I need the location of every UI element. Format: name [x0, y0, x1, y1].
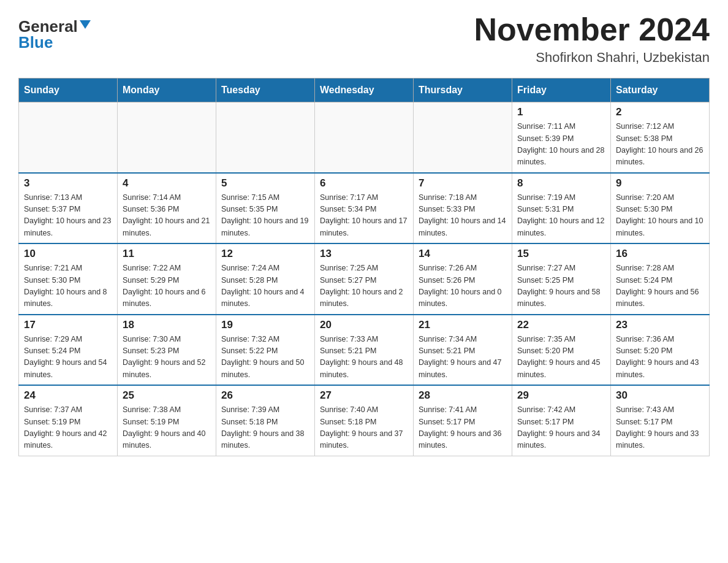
- weekday-header-tuesday: Tuesday: [216, 79, 315, 102]
- day-info: Sunrise: 7:12 AMSunset: 5:38 PMDaylight:…: [616, 121, 704, 169]
- day-number: 16: [616, 248, 704, 260]
- calendar-week-row: 24Sunrise: 7:37 AMSunset: 5:19 PMDayligh…: [19, 385, 710, 456]
- day-number: 23: [616, 319, 704, 331]
- day-info: Sunrise: 7:22 AMSunset: 5:29 PMDaylight:…: [123, 262, 211, 310]
- day-info: Sunrise: 7:43 AMSunset: 5:17 PMDaylight:…: [616, 404, 704, 452]
- day-info: Sunrise: 7:19 AMSunset: 5:31 PMDaylight:…: [517, 192, 605, 240]
- day-info: Sunrise: 7:24 AMSunset: 5:28 PMDaylight:…: [221, 262, 309, 310]
- day-number: 12: [221, 248, 309, 260]
- day-number: 13: [320, 248, 408, 260]
- weekday-header-saturday: Saturday: [611, 79, 710, 102]
- day-info: Sunrise: 7:18 AMSunset: 5:33 PMDaylight:…: [419, 192, 507, 240]
- day-number: 7: [419, 177, 507, 190]
- day-info: Sunrise: 7:28 AMSunset: 5:24 PMDaylight:…: [616, 262, 704, 310]
- day-info: Sunrise: 7:20 AMSunset: 5:30 PMDaylight:…: [616, 192, 704, 240]
- calendar-day-cell: 14Sunrise: 7:26 AMSunset: 5:26 PMDayligh…: [414, 243, 512, 315]
- day-info: Sunrise: 7:37 AMSunset: 5:19 PMDaylight:…: [24, 404, 112, 452]
- day-number: 27: [320, 389, 408, 402]
- day-info: Sunrise: 7:32 AMSunset: 5:22 PMDaylight:…: [221, 334, 309, 381]
- calendar-week-row: 3Sunrise: 7:13 AMSunset: 5:37 PMDaylight…: [19, 173, 710, 244]
- calendar-week-row: 10Sunrise: 7:21 AMSunset: 5:30 PMDayligh…: [19, 243, 710, 315]
- calendar-day-cell: 2Sunrise: 7:12 AMSunset: 5:38 PMDaylight…: [611, 102, 710, 173]
- calendar-day-cell: 22Sunrise: 7:35 AMSunset: 5:20 PMDayligh…: [512, 315, 611, 386]
- day-info: Sunrise: 7:35 AMSunset: 5:20 PMDaylight:…: [517, 334, 605, 381]
- day-number: 18: [123, 319, 211, 331]
- day-number: 25: [123, 389, 211, 402]
- calendar-week-row: 17Sunrise: 7:29 AMSunset: 5:24 PMDayligh…: [19, 315, 710, 386]
- calendar-day-cell: 1Sunrise: 7:11 AMSunset: 5:39 PMDaylight…: [512, 102, 611, 173]
- calendar-day-cell: [19, 102, 118, 173]
- calendar-day-cell: 11Sunrise: 7:22 AMSunset: 5:29 PMDayligh…: [118, 243, 216, 315]
- calendar-day-cell: 12Sunrise: 7:24 AMSunset: 5:28 PMDayligh…: [216, 243, 315, 315]
- day-number: 9: [616, 177, 704, 190]
- day-info: Sunrise: 7:41 AMSunset: 5:17 PMDaylight:…: [419, 404, 507, 452]
- calendar-day-cell: 18Sunrise: 7:30 AMSunset: 5:23 PMDayligh…: [118, 315, 216, 386]
- calendar-day-cell: 10Sunrise: 7:21 AMSunset: 5:30 PMDayligh…: [19, 243, 118, 315]
- logo: General Blue: [18, 12, 91, 50]
- logo-blue-text: Blue: [18, 34, 53, 50]
- calendar-day-cell: 28Sunrise: 7:41 AMSunset: 5:17 PMDayligh…: [414, 385, 512, 456]
- day-number: 5: [221, 177, 309, 190]
- day-info: Sunrise: 7:11 AMSunset: 5:39 PMDaylight:…: [517, 121, 605, 169]
- day-info: Sunrise: 7:25 AMSunset: 5:27 PMDaylight:…: [320, 262, 408, 310]
- calendar-day-cell: 23Sunrise: 7:36 AMSunset: 5:20 PMDayligh…: [611, 315, 710, 386]
- calendar-day-cell: [414, 102, 512, 173]
- day-info: Sunrise: 7:17 AMSunset: 5:34 PMDaylight:…: [320, 192, 408, 240]
- weekday-header-sunday: Sunday: [19, 79, 118, 102]
- calendar-day-cell: 25Sunrise: 7:38 AMSunset: 5:19 PMDayligh…: [118, 385, 216, 456]
- day-info: Sunrise: 7:39 AMSunset: 5:18 PMDaylight:…: [221, 404, 309, 452]
- day-number: 20: [320, 319, 408, 331]
- calendar-day-cell: 29Sunrise: 7:42 AMSunset: 5:17 PMDayligh…: [512, 385, 611, 456]
- calendar-day-cell: 7Sunrise: 7:18 AMSunset: 5:33 PMDaylight…: [414, 173, 512, 244]
- month-title: November 2024: [474, 12, 710, 47]
- day-number: 4: [123, 177, 211, 190]
- day-number: 1: [517, 106, 605, 118]
- weekday-header-friday: Friday: [512, 79, 611, 102]
- location-title: Shofirkon Shahri, Uzbekistan: [474, 50, 710, 66]
- calendar-day-cell: 3Sunrise: 7:13 AMSunset: 5:37 PMDaylight…: [19, 173, 118, 244]
- day-number: 28: [419, 389, 507, 402]
- day-number: 30: [616, 389, 704, 402]
- day-number: 8: [517, 177, 605, 190]
- logo-general-text: General: [18, 18, 78, 34]
- calendar-day-cell: 24Sunrise: 7:37 AMSunset: 5:19 PMDayligh…: [19, 385, 118, 456]
- day-info: Sunrise: 7:29 AMSunset: 5:24 PMDaylight:…: [24, 334, 112, 381]
- calendar-day-cell: 27Sunrise: 7:40 AMSunset: 5:18 PMDayligh…: [315, 385, 414, 456]
- calendar-day-cell: 8Sunrise: 7:19 AMSunset: 5:31 PMDaylight…: [512, 173, 611, 244]
- day-info: Sunrise: 7:21 AMSunset: 5:30 PMDaylight:…: [24, 262, 112, 310]
- day-number: 6: [320, 177, 408, 190]
- calendar-week-row: 1Sunrise: 7:11 AMSunset: 5:39 PMDaylight…: [19, 102, 710, 173]
- calendar-day-cell: [216, 102, 315, 173]
- day-number: 24: [24, 389, 112, 402]
- calendar-day-cell: 16Sunrise: 7:28 AMSunset: 5:24 PMDayligh…: [611, 243, 710, 315]
- weekday-header-thursday: Thursday: [414, 79, 512, 102]
- day-number: 22: [517, 319, 605, 331]
- calendar-day-cell: 15Sunrise: 7:27 AMSunset: 5:25 PMDayligh…: [512, 243, 611, 315]
- logo-triangle-icon: [80, 20, 91, 29]
- day-number: 19: [221, 319, 309, 331]
- day-number: 29: [517, 389, 605, 402]
- day-number: 3: [24, 177, 112, 190]
- weekday-header-wednesday: Wednesday: [315, 79, 414, 102]
- day-info: Sunrise: 7:26 AMSunset: 5:26 PMDaylight:…: [419, 262, 507, 310]
- weekday-header-monday: Monday: [118, 79, 216, 102]
- calendar-day-cell: 9Sunrise: 7:20 AMSunset: 5:30 PMDaylight…: [611, 173, 710, 244]
- calendar-day-cell: 6Sunrise: 7:17 AMSunset: 5:34 PMDaylight…: [315, 173, 414, 244]
- calendar-day-cell: [118, 102, 216, 173]
- day-info: Sunrise: 7:13 AMSunset: 5:37 PMDaylight:…: [24, 192, 112, 240]
- day-number: 17: [24, 319, 112, 331]
- day-info: Sunrise: 7:14 AMSunset: 5:36 PMDaylight:…: [123, 192, 211, 240]
- day-info: Sunrise: 7:38 AMSunset: 5:19 PMDaylight:…: [123, 404, 211, 452]
- calendar-day-cell: 19Sunrise: 7:32 AMSunset: 5:22 PMDayligh…: [216, 315, 315, 386]
- day-number: 15: [517, 248, 605, 260]
- day-info: Sunrise: 7:27 AMSunset: 5:25 PMDaylight:…: [517, 262, 605, 310]
- day-number: 2: [616, 106, 704, 118]
- calendar-day-cell: 13Sunrise: 7:25 AMSunset: 5:27 PMDayligh…: [315, 243, 414, 315]
- day-info: Sunrise: 7:36 AMSunset: 5:20 PMDaylight:…: [616, 334, 704, 381]
- calendar-day-cell: 5Sunrise: 7:15 AMSunset: 5:35 PMDaylight…: [216, 173, 315, 244]
- day-number: 11: [123, 248, 211, 260]
- day-number: 26: [221, 389, 309, 402]
- day-number: 14: [419, 248, 507, 260]
- calendar-day-cell: 4Sunrise: 7:14 AMSunset: 5:36 PMDaylight…: [118, 173, 216, 244]
- calendar-day-cell: 26Sunrise: 7:39 AMSunset: 5:18 PMDayligh…: [216, 385, 315, 456]
